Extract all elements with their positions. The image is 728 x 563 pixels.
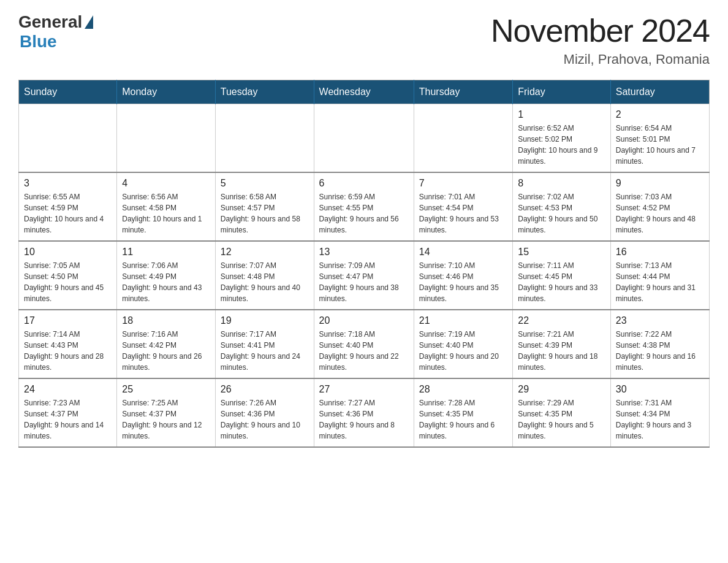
day-number: 24 (24, 384, 112, 395)
calendar-cell (215, 104, 314, 173)
day-info: Sunrise: 7:29 AMSunset: 4:35 PMDaylight:… (518, 397, 605, 442)
calendar-header-thursday: Thursday (414, 80, 512, 104)
day-info: Sunrise: 7:10 AMSunset: 4:46 PMDaylight:… (419, 260, 507, 304)
day-info: Sunrise: 7:16 AMSunset: 4:42 PMDaylight:… (122, 329, 210, 373)
calendar-cell: 26Sunrise: 7:26 AMSunset: 4:36 PMDayligh… (215, 378, 314, 447)
day-number: 21 (419, 315, 507, 326)
calendar-week-row: 10Sunrise: 7:05 AMSunset: 4:50 PMDayligh… (19, 241, 710, 310)
calendar-cell: 27Sunrise: 7:27 AMSunset: 4:36 PMDayligh… (314, 378, 414, 447)
location-subtitle: Mizil, Prahova, Romania (491, 52, 710, 67)
title-block: November 2024 Mizil, Prahova, Romania (491, 12, 710, 67)
calendar-cell: 1Sunrise: 6:52 AMSunset: 5:02 PMDaylight… (513, 104, 610, 173)
calendar-cell: 28Sunrise: 7:28 AMSunset: 4:35 PMDayligh… (414, 378, 512, 447)
day-number: 4 (122, 178, 210, 189)
day-number: 7 (419, 178, 507, 189)
day-number: 3 (24, 178, 112, 189)
calendar-cell (314, 104, 414, 173)
calendar-cell: 4Sunrise: 6:56 AMSunset: 4:58 PMDaylight… (117, 172, 216, 241)
day-number: 22 (518, 315, 605, 326)
calendar-header-row: SundayMondayTuesdayWednesdayThursdayFrid… (19, 80, 710, 104)
day-info: Sunrise: 7:27 AMSunset: 4:36 PMDaylight:… (319, 397, 409, 442)
day-info: Sunrise: 7:25 AMSunset: 4:37 PMDaylight:… (122, 397, 210, 442)
calendar-week-row: 17Sunrise: 7:14 AMSunset: 4:43 PMDayligh… (19, 310, 710, 378)
calendar-cell: 10Sunrise: 7:05 AMSunset: 4:50 PMDayligh… (19, 241, 117, 310)
day-info: Sunrise: 6:54 AMSunset: 5:01 PMDaylight:… (616, 123, 704, 167)
calendar-cell: 29Sunrise: 7:29 AMSunset: 4:35 PMDayligh… (513, 378, 610, 447)
day-number: 12 (221, 247, 309, 258)
day-number: 19 (221, 315, 309, 326)
day-info: Sunrise: 7:13 AMSunset: 4:44 PMDaylight:… (616, 260, 704, 304)
calendar-cell: 19Sunrise: 7:17 AMSunset: 4:41 PMDayligh… (215, 310, 314, 378)
day-info: Sunrise: 7:01 AMSunset: 4:54 PMDaylight:… (419, 191, 507, 236)
calendar-table: SundayMondayTuesdayWednesdayThursdayFrid… (18, 80, 710, 448)
calendar-cell: 18Sunrise: 7:16 AMSunset: 4:42 PMDayligh… (117, 310, 216, 378)
day-info: Sunrise: 6:58 AMSunset: 4:57 PMDaylight:… (221, 191, 309, 236)
calendar-header-friday: Friday (513, 80, 610, 104)
day-number: 14 (419, 247, 507, 258)
logo-general: General (18, 12, 93, 32)
day-number: 16 (616, 247, 704, 258)
day-number: 17 (24, 315, 112, 326)
calendar-cell: 13Sunrise: 7:09 AMSunset: 4:47 PMDayligh… (314, 241, 414, 310)
day-info: Sunrise: 7:03 AMSunset: 4:52 PMDaylight:… (616, 191, 704, 236)
day-info: Sunrise: 7:09 AMSunset: 4:47 PMDaylight:… (319, 260, 409, 304)
calendar-cell: 9Sunrise: 7:03 AMSunset: 4:52 PMDaylight… (610, 172, 709, 241)
calendar-cell: 3Sunrise: 6:55 AMSunset: 4:59 PMDaylight… (19, 172, 117, 241)
calendar-cell (117, 104, 216, 173)
calendar-cell: 5Sunrise: 6:58 AMSunset: 4:57 PMDaylight… (215, 172, 314, 241)
day-info: Sunrise: 7:18 AMSunset: 4:40 PMDaylight:… (319, 329, 409, 373)
calendar-cell: 24Sunrise: 7:23 AMSunset: 4:37 PMDayligh… (19, 378, 117, 447)
calendar-header-monday: Monday (117, 80, 216, 104)
day-info: Sunrise: 7:19 AMSunset: 4:40 PMDaylight:… (419, 329, 507, 373)
day-info: Sunrise: 7:17 AMSunset: 4:41 PMDaylight:… (221, 329, 309, 373)
day-number: 1 (518, 109, 605, 120)
calendar-cell: 16Sunrise: 7:13 AMSunset: 4:44 PMDayligh… (610, 241, 709, 310)
calendar-cell: 21Sunrise: 7:19 AMSunset: 4:40 PMDayligh… (414, 310, 512, 378)
calendar-cell: 11Sunrise: 7:06 AMSunset: 4:49 PMDayligh… (117, 241, 216, 310)
day-info: Sunrise: 7:22 AMSunset: 4:38 PMDaylight:… (616, 329, 704, 373)
calendar-cell: 23Sunrise: 7:22 AMSunset: 4:38 PMDayligh… (610, 310, 709, 378)
day-info: Sunrise: 7:05 AMSunset: 4:50 PMDaylight:… (24, 260, 112, 304)
day-info: Sunrise: 7:11 AMSunset: 4:45 PMDaylight:… (518, 260, 605, 304)
day-info: Sunrise: 7:21 AMSunset: 4:39 PMDaylight:… (518, 329, 605, 373)
day-info: Sunrise: 7:28 AMSunset: 4:35 PMDaylight:… (419, 397, 507, 442)
calendar-cell: 30Sunrise: 7:31 AMSunset: 4:34 PMDayligh… (610, 378, 709, 447)
day-info: Sunrise: 7:23 AMSunset: 4:37 PMDaylight:… (24, 397, 112, 442)
day-info: Sunrise: 7:02 AMSunset: 4:53 PMDaylight:… (518, 191, 605, 236)
day-number: 10 (24, 247, 112, 258)
day-number: 20 (319, 315, 409, 326)
calendar-cell: 8Sunrise: 7:02 AMSunset: 4:53 PMDaylight… (513, 172, 610, 241)
day-number: 28 (419, 384, 507, 395)
calendar-cell: 17Sunrise: 7:14 AMSunset: 4:43 PMDayligh… (19, 310, 117, 378)
calendar-header-saturday: Saturday (610, 80, 709, 104)
calendar-cell: 15Sunrise: 7:11 AMSunset: 4:45 PMDayligh… (513, 241, 610, 310)
calendar-header-sunday: Sunday (19, 80, 117, 104)
day-info: Sunrise: 7:14 AMSunset: 4:43 PMDaylight:… (24, 329, 112, 373)
calendar-cell: 14Sunrise: 7:10 AMSunset: 4:46 PMDayligh… (414, 241, 512, 310)
day-number: 6 (319, 178, 409, 189)
day-number: 27 (319, 384, 409, 395)
month-year-title: November 2024 (491, 12, 710, 49)
logo: General Blue (18, 12, 93, 52)
day-number: 26 (221, 384, 309, 395)
day-info: Sunrise: 7:06 AMSunset: 4:49 PMDaylight:… (122, 260, 210, 304)
page-header: General Blue November 2024 Mizil, Prahov… (18, 12, 710, 67)
calendar-header-tuesday: Tuesday (215, 80, 314, 104)
day-number: 11 (122, 247, 210, 258)
day-info: Sunrise: 6:52 AMSunset: 5:02 PMDaylight:… (518, 123, 605, 167)
calendar-cell: 6Sunrise: 6:59 AMSunset: 4:55 PMDaylight… (314, 172, 414, 241)
day-info: Sunrise: 7:31 AMSunset: 4:34 PMDaylight:… (616, 397, 704, 442)
calendar-cell: 20Sunrise: 7:18 AMSunset: 4:40 PMDayligh… (314, 310, 414, 378)
day-info: Sunrise: 6:59 AMSunset: 4:55 PMDaylight:… (319, 191, 409, 236)
calendar-cell: 2Sunrise: 6:54 AMSunset: 5:01 PMDaylight… (610, 104, 709, 173)
calendar-cell (19, 104, 117, 173)
day-number: 29 (518, 384, 605, 395)
calendar-cell: 12Sunrise: 7:07 AMSunset: 4:48 PMDayligh… (215, 241, 314, 310)
day-number: 2 (616, 109, 704, 120)
day-info: Sunrise: 7:07 AMSunset: 4:48 PMDaylight:… (221, 260, 309, 304)
calendar-cell: 22Sunrise: 7:21 AMSunset: 4:39 PMDayligh… (513, 310, 610, 378)
day-info: Sunrise: 7:26 AMSunset: 4:36 PMDaylight:… (221, 397, 309, 442)
logo-blue-text: Blue (20, 32, 57, 52)
logo-general-text: General (18, 12, 82, 32)
logo-triangle-icon (85, 15, 93, 29)
